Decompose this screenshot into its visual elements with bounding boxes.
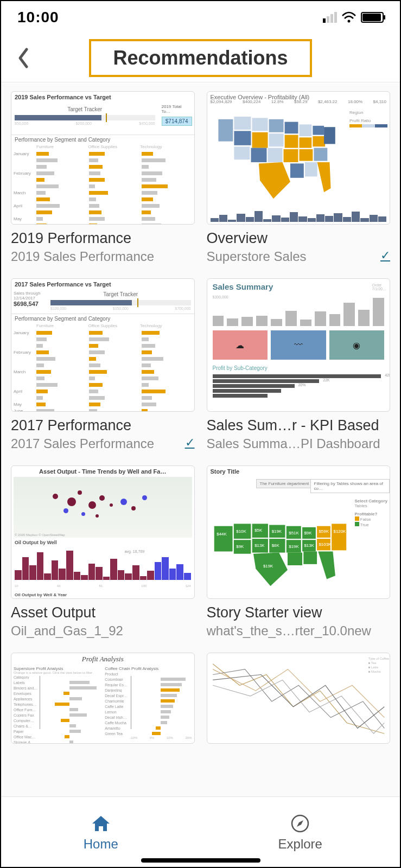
svg-text:$19K: $19K xyxy=(263,564,273,569)
wifi-icon xyxy=(341,11,357,23)
rec-card-2019-performance[interactable]: 2019 Sales Performance vs Target Target … xyxy=(11,91,195,264)
svg-text:$120K: $120K xyxy=(333,529,346,534)
svg-text:■ Tea: ■ Tea xyxy=(368,661,376,665)
card-title: 2019 Performance xyxy=(11,230,195,247)
legend: RegionProfit Ratio xyxy=(349,110,387,127)
thumbnail: Asset Output - Time Trends by Well and F… xyxy=(11,465,195,599)
us-map-icon: $44K $10K $9K $5K $13K $19K $8K $51K $19… xyxy=(211,501,358,593)
page-title: Recommendations xyxy=(113,47,288,69)
thumb-heading: Profit Analysis xyxy=(11,653,194,665)
rec-card-lines[interactable]: Type of Coffee■ Tea■ Latte■ Mocha xyxy=(207,653,391,744)
svg-rect-12 xyxy=(313,126,324,135)
page-title-highlight: Recommendations xyxy=(89,39,311,77)
thumb-section: Performance by Segment and Category xyxy=(11,314,194,323)
svg-rect-7 xyxy=(269,133,283,146)
cloud-icon: ☁ xyxy=(213,330,268,360)
svg-text:$13K: $13K xyxy=(304,543,314,548)
svg-text:Type of Coffee: Type of Coffee xyxy=(368,657,389,660)
svg-rect-25 xyxy=(214,526,232,552)
thumbnail: Story Title The Furniture department is … xyxy=(207,465,391,599)
header: Recommendations xyxy=(1,34,400,82)
status-icons xyxy=(323,11,384,23)
card-subtitle: Sales Summa…PI Dashboard xyxy=(207,436,391,451)
svg-rect-11 xyxy=(299,137,311,148)
check-icon: ✓ xyxy=(185,436,195,450)
svg-rect-9 xyxy=(284,135,298,148)
tab-explore[interactable]: Explore xyxy=(201,797,400,867)
svg-text:■ Latte: ■ Latte xyxy=(368,666,378,669)
tab-label: Home xyxy=(84,837,118,852)
svg-rect-19 xyxy=(299,149,313,161)
summary-bars xyxy=(207,295,390,326)
svg-text:$13K: $13K xyxy=(254,543,265,548)
svg-rect-23 xyxy=(304,162,317,176)
svg-rect-2 xyxy=(234,117,251,130)
svg-rect-20 xyxy=(314,148,327,161)
svg-point-0 xyxy=(348,20,351,23)
svg-rect-1 xyxy=(218,119,233,142)
rec-card-asset-output[interactable]: Asset Output - Time Trends by Well and F… xyxy=(11,465,195,639)
card-subtitle: Oil_and_Gas_1_92 xyxy=(11,623,195,639)
kpi-row: $2,094,829$400,22412.8%$58.29$2,463.2218… xyxy=(211,99,387,104)
svg-text:$8K: $8K xyxy=(271,543,279,548)
segment-bars: January February March April May June xyxy=(11,149,194,225)
col-heading: Coffee Chain Profit Analysis xyxy=(105,666,192,671)
svg-rect-17 xyxy=(268,148,282,162)
back-button[interactable] xyxy=(12,42,34,74)
svg-marker-24 xyxy=(317,162,330,192)
profit-bars: 42K 22K 20% xyxy=(207,372,390,402)
svg-rect-14 xyxy=(324,127,335,144)
card-title: Story Starter view xyxy=(207,604,391,621)
svg-text:$103K: $103K xyxy=(319,542,332,547)
svg-rect-56 xyxy=(303,552,317,564)
thumb-heading: Asset Output - Time Trends by Well and F… xyxy=(11,466,194,477)
check-icon: ✓ xyxy=(380,248,390,263)
rec-card-2017-performance[interactable]: 2017 Sales Performance vs Target Sales t… xyxy=(11,278,195,451)
svg-text:$5K: $5K xyxy=(254,528,263,533)
svg-rect-6 xyxy=(269,119,283,132)
user-icon: ◉ xyxy=(329,330,385,360)
tab-label: Explore xyxy=(278,837,322,852)
card-title: Overview xyxy=(207,230,391,247)
through-value: $698,547 xyxy=(14,301,45,307)
card-subtitle: 2017 Sales Performance xyxy=(11,436,182,451)
svg-text:$10K: $10K xyxy=(236,529,246,534)
card-title: Sales Sum…r - KPI Based xyxy=(207,417,391,434)
svg-text:$44K: $44K xyxy=(217,532,227,537)
story-pill: Filtering by Tables shows an area of co… xyxy=(310,479,390,493)
svg-rect-8 xyxy=(284,122,298,134)
rec-card-story-starter[interactable]: Story Title The Furniture department is … xyxy=(207,465,391,639)
card-title: Asset Output xyxy=(11,604,195,621)
col-heading: Superstore Profit Analysis xyxy=(14,666,100,671)
svg-rect-3 xyxy=(234,131,251,145)
thumb-heading: 2017 Sales Performance vs Target xyxy=(11,279,194,290)
svg-rect-55 xyxy=(288,553,302,565)
rec-card-overview[interactable]: Executive Overview - Profitability (All)… xyxy=(207,91,391,264)
svg-marker-53 xyxy=(253,553,287,586)
svg-rect-18 xyxy=(283,149,298,162)
tracker-label: Target Tracker xyxy=(11,105,158,114)
rec-card-sales-summary[interactable]: Sales Summary Order7/1/20… $300,000 ☁ 〰 … xyxy=(207,278,391,451)
well-map: © 2020 Mapbox © OpenStreetMap xyxy=(14,477,192,538)
svg-rect-13 xyxy=(313,136,325,146)
status-bar: 10:00 xyxy=(1,1,400,34)
us-map-icon xyxy=(212,110,347,208)
tab-home[interactable]: Home xyxy=(1,797,201,867)
battery-icon xyxy=(361,12,384,23)
svg-text:$51K: $51K xyxy=(289,531,299,535)
card-subtitle: Superstore Sales xyxy=(207,249,378,264)
total-label: 2019 Total To… xyxy=(158,103,194,116)
avg-annotation: avg. 18,769 xyxy=(125,550,145,553)
thumb-sub: Profit by Sub-Category xyxy=(207,364,390,372)
segment-bars: January February March April May June xyxy=(11,328,194,412)
thumbnail: Profit Analysis Superstore Profit Analys… xyxy=(11,653,195,744)
thumbnail: Executive Overview - Profitability (All)… xyxy=(207,91,391,225)
thumb-footer: Oil Output by Well & Year xyxy=(15,592,67,597)
total-value: $714,874 xyxy=(162,117,192,126)
svg-text:$19K: $19K xyxy=(289,544,299,549)
thumbnail: Sales Summary Order7/1/20… $300,000 ☁ 〰 … xyxy=(207,278,391,412)
thumb-heading: Sales Summary xyxy=(207,279,390,295)
tracker-label: Target Tracker xyxy=(47,290,194,299)
recommendations-grid[interactable]: 2019 Sales Performance vs Target Target … xyxy=(1,84,400,796)
rec-card-profit-analysis[interactable]: Profit Analysis Superstore Profit Analys… xyxy=(11,653,195,744)
